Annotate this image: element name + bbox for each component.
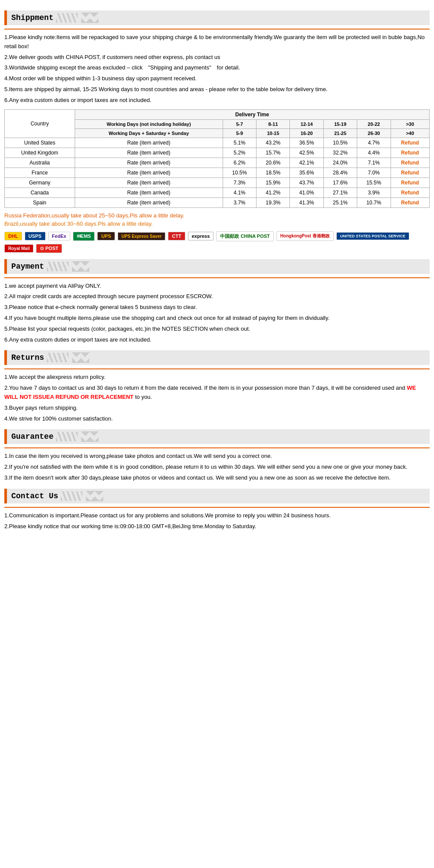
table-row: AustraliaRate (item arrived)6.2%20.6%42.… <box>5 158 430 168</box>
table-data-cell: 36.5% <box>290 138 323 148</box>
table-data-cell: Rate (item arrived) <box>75 138 223 148</box>
contact-section: Contact Us 1.Communication is important.… <box>4 489 430 531</box>
delivery-table: Country Delivery Time Working Days (not … <box>4 109 430 208</box>
table-data-cell: Refund <box>391 168 429 178</box>
payment-note-5: 5.Please list your special requests (col… <box>4 325 430 334</box>
shippment-note-6: 6.Any extra custom duties or import taxe… <box>4 96 430 105</box>
returns-note-1: 1.We accept the aliexpress return policy… <box>4 373 430 382</box>
table-data-cell: 43.7% <box>290 178 323 187</box>
d15-19: 15-19 <box>323 119 357 128</box>
d20-22: 20-22 <box>357 119 391 128</box>
returns-note-4: 4.We strive for 100% customer satisfacti… <box>4 414 430 424</box>
table-data-cell: Rate (item arrived) <box>75 158 223 168</box>
payment-notes: 1.we accept payment via AliPay ONLY. 2.A… <box>4 282 430 345</box>
table-data-cell: 42.5% <box>290 148 323 158</box>
table-data-cell: 3.9% <box>357 187 391 197</box>
wdays-sat-sun-header: Working Days + Saturday + Sunday <box>75 128 223 138</box>
table-data-cell: Rate (item arrived) <box>75 178 223 187</box>
table-data-cell: Rate (item arrived) <box>75 197 223 207</box>
table-data-cell: 5.1% <box>223 138 256 148</box>
delivery-table-body: United StatesRate (item arrived)5.1%43.2… <box>5 138 430 207</box>
table-country-cell: Germany <box>5 178 75 187</box>
d40plus: >40 <box>391 128 429 138</box>
contact-title: Contact Us <box>11 492 58 500</box>
logo-ems: ✉EMS <box>73 232 95 241</box>
table-country-cell: United Kingdom <box>5 148 75 158</box>
table-data-cell: 28.4% <box>323 168 357 178</box>
table-data-cell: 41.0% <box>290 187 323 197</box>
table-data-cell: 42.1% <box>290 158 323 168</box>
table-country-cell: Spain <box>5 197 75 207</box>
delivery-time-header: Delivery Time <box>75 109 429 119</box>
table-data-cell: 20.6% <box>256 158 290 168</box>
shippment-note-1: 1.Please kindly note:Items will be repac… <box>4 33 430 51</box>
guarantee-divider <box>4 447 430 448</box>
d30plus: >30 <box>391 119 429 128</box>
table-data-cell: Rate (item arrived) <box>75 187 223 197</box>
logo-fedex: FedEx <box>48 232 70 240</box>
logo-dhl: DHL <box>4 232 22 240</box>
logo-chinapost: 中国邮政 CHINA POST <box>216 231 274 241</box>
returns-header: Returns <box>4 350 430 365</box>
table-data-cell: 35.6% <box>290 168 323 178</box>
table-data-cell: 19.3% <box>256 197 290 207</box>
d26-30: 26-30 <box>357 128 391 138</box>
returns-notes: 1.We accept the aliexpress return policy… <box>4 373 430 423</box>
table-data-cell: 25.1% <box>323 197 357 207</box>
header-decoration <box>56 13 78 23</box>
returns-section: Returns 1.We accept the aliexpress retur… <box>4 350 430 423</box>
table-data-cell: 10.5% <box>223 168 256 178</box>
guarantee-section: Guarantee 1.In case the item you receive… <box>4 429 430 482</box>
table-row: United KingdomRate (item arrived)5.2%15.… <box>5 148 430 158</box>
table-data-cell: Refund <box>391 148 429 158</box>
shippment-note-5: 5.Items are shipped by airmail, 15-25 Wo… <box>4 85 430 94</box>
shippment-notes: 1.Please kindly note:Items will be repac… <box>4 33 430 105</box>
shippment-header: Shippment <box>4 10 430 25</box>
d12-14: 12-14 <box>290 119 323 128</box>
table-data-cell: 4.7% <box>357 138 391 148</box>
table-data-cell: 5.2% <box>223 148 256 158</box>
table-data-cell: Refund <box>391 158 429 168</box>
table-data-cell: 4.1% <box>223 187 256 197</box>
table-data-cell: 15.9% <box>256 178 290 187</box>
payment-header: Payment <box>4 259 430 274</box>
returns-title: Returns <box>11 353 44 362</box>
wdays-header: Working Days (not including holiday) <box>75 119 223 128</box>
table-data-cell: Refund <box>391 197 429 207</box>
contact-note-1: 1.Communication is important.Please cont… <box>4 511 430 520</box>
guarantee-note-2: 2.If you're not satisfied with the item … <box>4 463 430 472</box>
table-country-cell: Canada <box>5 187 75 197</box>
shippment-note-3: 3.Worldwide shipping except the areas ex… <box>4 63 430 72</box>
table-data-cell: 7.3% <box>223 178 256 187</box>
header-decoration <box>47 262 69 271</box>
payment-section: Payment 1.we accept payment via AliPay O… <box>4 259 430 345</box>
guarantee-header: Guarantee <box>4 429 430 444</box>
payment-note-1: 1.we accept payment via AliPay ONLY. <box>4 282 430 291</box>
guarantee-notes: 1.In case the item you received is wrong… <box>4 452 430 482</box>
payment-divider <box>4 277 430 278</box>
table-data-cell: 7.0% <box>357 168 391 178</box>
shippment-note-2: 2.We deliver goods with CHINA POST, if c… <box>4 53 430 62</box>
returns-note-2: 2.You have 7 days to contact us and 30 d… <box>4 384 430 402</box>
guarantee-note-1: 1.In case the item you received is wrong… <box>4 452 430 461</box>
header-decoration <box>56 432 78 441</box>
table-data-cell: 24.0% <box>323 158 357 168</box>
payment-title: Payment <box>11 262 44 271</box>
table-data-cell: 15.5% <box>357 178 391 187</box>
contact-notes: 1.Communication is important.Please cont… <box>4 511 430 531</box>
d5-9: 5-9 <box>223 128 256 138</box>
shippment-divider <box>4 29 430 30</box>
payment-note-4: 4.If you have bought multiple items,plea… <box>4 314 430 323</box>
d8-11: 8-11 <box>256 119 290 128</box>
table-row: CanadaRate (item arrived)4.1%41.2%41.0%2… <box>5 187 430 197</box>
payment-note-2: 2.All major credit cards are accepted th… <box>4 292 430 301</box>
shippment-section: Shippment 1.Please kindly note:Items wil… <box>4 10 430 253</box>
table-data-cell: Refund <box>391 178 429 187</box>
logo-ups-express: UPS Express Saver <box>118 232 165 240</box>
payment-note-6: 6.Any extra custom duties or import taxe… <box>4 335 430 345</box>
logo-uspostalservice: UNITED STATES POSTAL SERVICE <box>336 232 409 240</box>
shippment-note-4: 4.Most order will be shipped within 1-3 … <box>4 74 430 83</box>
shipping-logos: DHL USPS FedEx ✉EMS UPS UPS Express Save… <box>4 231 430 253</box>
brazil-note: Brazil,usually take about 30~60 days.Pls… <box>4 220 430 227</box>
logo-ctt: CTT <box>168 232 185 240</box>
